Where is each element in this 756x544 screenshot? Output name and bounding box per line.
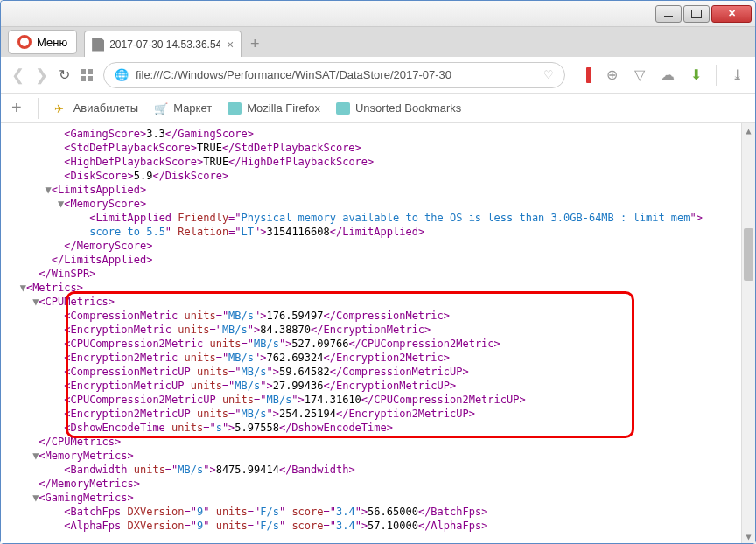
window-close-button[interactable] — [711, 5, 752, 23]
bookmark-heart-icon[interactable]: ♡ — [543, 68, 554, 81]
bookmarks-bar: + ✈Авиабилеты 🛒Маркет Mozilla Firefox Un… — [1, 94, 755, 123]
xml-line: <StdDefPlaybackScore>TRUE</StdDefPlaybac… — [1, 141, 755, 155]
xml-line: <Bandwidth units="MB/s">8475.99414</Band… — [1, 463, 755, 477]
xml-line: <DshowEncodeTime units="s">5.97558</Dsho… — [1, 421, 755, 435]
browser-window: Меню 2017-07-30 14.53.36.545 F × + ❮ ❯ ↻… — [0, 0, 756, 544]
xml-line: <LimitApplied Friendly="Physical memory … — [1, 211, 755, 225]
tab-bar: Меню 2017-07-30 14.53.36.545 F × + — [1, 27, 755, 57]
xml-line: <Encryption2MetricUP units="MB/s">254.25… — [1, 407, 755, 421]
tab[interactable]: 2017-07-30 14.53.36.545 F × — [84, 31, 242, 57]
xml-line: <GamingScore>3.3</GamingScore> — [1, 127, 755, 141]
scroll-down-arrow[interactable]: ▼ — [742, 529, 755, 543]
bookmark-label: Маркет — [173, 101, 212, 115]
downloads-icon[interactable]: ⤓ — [729, 67, 745, 83]
xml-line: <HighDefPlaybackScore>TRUE</HighDefPlayb… — [1, 155, 755, 169]
bookmark-label: Mozilla Firefox — [247, 101, 320, 115]
titlebar — [1, 1, 755, 27]
menu-label: Меню — [37, 36, 67, 49]
extension-red-icon[interactable] — [586, 67, 592, 83]
separator — [38, 98, 38, 119]
extension-download-icon[interactable]: ⬇ — [688, 67, 704, 83]
reload-button[interactable]: ↻ — [59, 66, 70, 83]
file-icon — [92, 38, 104, 52]
bookmark-unsorted[interactable]: Unsorted Bookmarks — [336, 101, 461, 115]
xml-line: <CompressionMetricUP units="MB/s">59.645… — [1, 365, 755, 379]
xml-line: ▼<LimitsApplied> — [1, 183, 755, 197]
xml-line: <Encryption2Metric units="MB/s">762.6932… — [1, 351, 755, 365]
toolbar-right: ⊕ ▽ ☁ ⬇ ⤓ — [586, 65, 745, 86]
speed-dial-button[interactable] — [80, 69, 93, 81]
globe-icon: 🌐 — [115, 68, 129, 81]
url-text: file:///C:/Windows/Performance/WinSAT/Da… — [136, 68, 452, 81]
xml-line: </WinSPR> — [1, 267, 755, 281]
tab-title: 2017-07-30 14.53.36.545 F — [109, 38, 220, 51]
bookmark-label: Unsorted Bookmarks — [355, 101, 461, 115]
bookmark-label: Авиабилеты — [74, 101, 138, 115]
xml-line: </CPUMetrics> — [1, 435, 755, 449]
xml-line: </MemoryScore> — [1, 239, 755, 253]
bookmark-mozilla[interactable]: Mozilla Firefox — [228, 101, 320, 115]
scroll-thumb[interactable] — [744, 228, 753, 281]
separator — [716, 65, 717, 86]
add-bookmark-button[interactable]: + — [11, 98, 22, 118]
xml-line: <EncryptionMetricUP units="MB/s">27.9943… — [1, 379, 755, 393]
navigation-bar: ❮ ❯ ↻ 🌐 file:///C:/Windows/Performance/W… — [1, 57, 755, 94]
folder-icon — [228, 102, 242, 115]
xml-line: <BatchFps DXVersion="9" units="F/s" scor… — [1, 505, 755, 519]
window-minimize-button[interactable] — [655, 5, 682, 23]
cart-icon: 🛒 — [154, 102, 168, 115]
xml-line: <EncryptionMetric units="MB/s">84.38870<… — [1, 323, 755, 337]
bookmark-aviabilety[interactable]: ✈Авиабилеты — [54, 101, 138, 115]
xml-line: </LimitsApplied> — [1, 253, 755, 267]
extension-globe-icon[interactable]: ⊕ — [604, 67, 620, 83]
extension-shield-icon[interactable]: ▽ — [632, 67, 648, 83]
opera-logo-icon — [18, 35, 32, 49]
xml-line: ▼<GamingMetrics> — [1, 491, 755, 505]
new-tab-button[interactable]: + — [243, 32, 266, 55]
tab-close-icon[interactable]: × — [227, 38, 234, 52]
menu-button[interactable]: Меню — [8, 30, 77, 54]
xml-line: <CompressionMetric units="MB/s">176.5949… — [1, 309, 755, 323]
url-bar[interactable]: 🌐 file:///C:/Windows/Performance/WinSAT/… — [103, 62, 565, 88]
plane-icon: ✈ — [54, 102, 68, 115]
content-area: <GamingScore>3.3</GamingScore> <StdDefPl… — [1, 123, 755, 543]
folder-icon — [336, 102, 350, 115]
window-maximize-button[interactable] — [683, 5, 710, 23]
xml-line: <AlphaFps DXVersion="9" units="F/s" scor… — [1, 519, 755, 533]
xml-line: <DiskScore>5.9</DiskScore> — [1, 169, 755, 183]
back-button[interactable]: ❮ — [11, 66, 24, 85]
xml-line: <CPUCompression2MetricUP units="MB/s">17… — [1, 393, 755, 407]
xml-line: </MemoryMetrics> — [1, 477, 755, 491]
vertical-scrollbar[interactable]: ▲ ▼ — [741, 123, 755, 543]
xml-line: ▼<Metrics> — [1, 281, 755, 295]
forward-button[interactable]: ❯ — [35, 66, 48, 85]
scroll-up-arrow[interactable]: ▲ — [742, 123, 755, 137]
xml-line: ▼<MemoryScore> — [1, 197, 755, 211]
xml-line: <CPUCompression2Metric units="MB/s">527.… — [1, 337, 755, 351]
extension-sync-icon[interactable]: ☁ — [660, 67, 676, 83]
bookmark-market[interactable]: 🛒Маркет — [154, 101, 212, 115]
xml-line: ▼<MemoryMetrics> — [1, 449, 755, 463]
xml-line: score to 5.5" Relation="LT">3154116608</… — [1, 225, 755, 239]
xml-line: ▼<CPUMetrics> — [1, 295, 755, 309]
